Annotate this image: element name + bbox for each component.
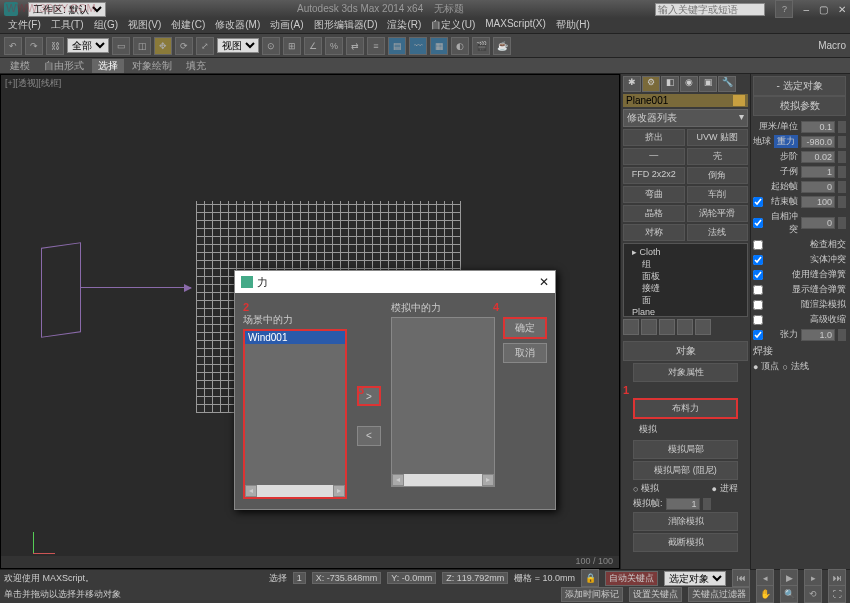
ok-button[interactable]: 确定 — [503, 317, 547, 339]
scale-icon[interactable]: ⤢ — [196, 37, 214, 55]
remove-mod-icon[interactable] — [677, 319, 693, 335]
modifier-preset-button[interactable]: 晶格 — [623, 205, 685, 222]
spinner-icon[interactable] — [838, 181, 846, 193]
param-checkbox[interactable] — [753, 255, 763, 265]
param-value[interactable]: 1.0 — [801, 329, 835, 341]
viewport-label[interactable]: [+][透视][线框] — [5, 77, 61, 90]
menu-item[interactable]: 图形编辑器(D) — [310, 18, 382, 33]
rotate-icon[interactable]: ⟳ — [175, 37, 193, 55]
modifier-preset-button[interactable]: FFD 2x2x2 — [623, 167, 685, 184]
spinner-icon[interactable] — [838, 121, 846, 133]
truncate-sim-button[interactable]: 截断模拟 — [633, 533, 738, 552]
select-icon[interactable]: ▭ — [112, 37, 130, 55]
zoom-icon[interactable]: 🔍 — [780, 585, 798, 603]
modifier-preset-button[interactable]: 壳 — [687, 148, 749, 165]
param-value[interactable]: 0 — [801, 181, 835, 193]
scrollbar[interactable]: ◂▸ — [245, 485, 345, 497]
window-min-icon[interactable]: – — [803, 4, 809, 15]
spinner-icon[interactable] — [838, 136, 846, 148]
menu-item[interactable]: MAXScript(X) — [481, 18, 550, 33]
tab-modify-icon[interactable]: ⚙ — [642, 76, 660, 92]
unique-icon[interactable] — [659, 319, 675, 335]
stack-sub[interactable]: 面板 — [626, 270, 745, 282]
modifier-preset-button[interactable]: 法线 — [687, 224, 749, 241]
menu-item[interactable]: 修改器(M) — [211, 18, 264, 33]
keymode-dropdown[interactable]: 选定对象 — [664, 571, 726, 586]
stack-sub[interactable]: 接缝 — [626, 282, 745, 294]
pan-icon[interactable]: ✋ — [756, 585, 774, 603]
object-name-field[interactable]: Plane001 — [623, 94, 748, 107]
spinner-icon[interactable] — [838, 217, 846, 229]
modifier-preset-button[interactable]: UVW 贴图 — [687, 129, 749, 146]
modifier-preset-button[interactable]: 涡轮平滑 — [687, 205, 749, 222]
clear-sim-button[interactable]: 消除模拟 — [633, 512, 738, 531]
config-icon[interactable] — [695, 319, 711, 335]
percent-snap-icon[interactable]: % — [325, 37, 343, 55]
spinner-icon[interactable] — [838, 151, 846, 163]
show-result-icon[interactable] — [641, 319, 657, 335]
render-icon[interactable]: ☕ — [493, 37, 511, 55]
keyfilter-button[interactable]: 关键点过滤器 — [688, 587, 750, 602]
setkey-button[interactable]: 设置关键点 — [629, 587, 682, 602]
ribbon-tab[interactable]: 填充 — [180, 59, 212, 73]
goto-start-icon[interactable]: ⏮ — [732, 569, 750, 587]
modifier-preset-button[interactable]: 挤出 — [623, 129, 685, 146]
spinner-icon[interactable] — [703, 498, 711, 510]
cancel-button[interactable]: 取消 — [503, 343, 547, 363]
param-checkbox[interactable] — [753, 285, 763, 295]
modifier-preset-button[interactable]: 车削 — [687, 186, 749, 203]
coord-x[interactable]: X: -735.848mm — [312, 572, 382, 584]
render-setup-icon[interactable]: 🎬 — [472, 37, 490, 55]
angle-snap-icon[interactable]: ∠ — [304, 37, 322, 55]
workspace-dropdown[interactable]: 工作区: 默认 — [28, 2, 106, 17]
select-region-icon[interactable]: ◫ — [133, 37, 151, 55]
addtime-button[interactable]: 添加时间标记 — [561, 587, 623, 602]
param-value[interactable]: -980.0 — [801, 136, 835, 148]
param-value[interactable]: 1 — [801, 166, 835, 178]
menu-item[interactable]: 帮助(H) — [552, 18, 594, 33]
help-icon[interactable]: ? — [775, 0, 793, 18]
modifier-preset-button[interactable]: 对称 — [623, 224, 685, 241]
sim-local-button[interactable]: 模拟局部 — [633, 440, 738, 459]
pin-stack-icon[interactable] — [623, 319, 639, 335]
menu-item[interactable]: 渲染(R) — [383, 18, 425, 33]
window-max-icon[interactable]: ▢ — [819, 4, 828, 15]
sim-frames-value[interactable]: 1 — [666, 498, 700, 510]
param-checkbox[interactable] — [753, 270, 763, 280]
weld-radio2[interactable]: ○ — [782, 362, 787, 372]
param-value[interactable]: 0 — [801, 217, 835, 229]
menu-item[interactable]: 工具(T) — [47, 18, 88, 33]
stack-sub[interactable]: 组 — [626, 258, 745, 270]
schematic-icon[interactable]: ▦ — [430, 37, 448, 55]
tab-hierarchy-icon[interactable]: ◧ — [661, 76, 679, 92]
pivot-icon[interactable]: ⊙ — [262, 37, 280, 55]
param-value[interactable]: 0.1 — [801, 121, 835, 133]
sim-local-damp-button[interactable]: 模拟局部 (阻尼) — [633, 461, 738, 480]
material-icon[interactable]: ◐ — [451, 37, 469, 55]
link-icon[interactable]: ⛓ — [46, 37, 64, 55]
tab-utilities-icon[interactable]: 🔧 — [718, 76, 736, 92]
search-input[interactable] — [655, 3, 765, 16]
align-icon[interactable]: ≡ — [367, 37, 385, 55]
window-close-icon[interactable]: ✕ — [838, 4, 846, 15]
tab-display-icon[interactable]: ▣ — [699, 76, 717, 92]
object-props-button[interactable]: 对象属性 — [633, 363, 738, 382]
color-swatch[interactable] — [733, 95, 745, 106]
param-checkbox[interactable] — [753, 300, 763, 310]
modifier-stack[interactable]: ▸ Cloth 组 面板 接缝 面 Plane — [623, 243, 748, 317]
menu-item[interactable]: 视图(V) — [124, 18, 165, 33]
coord-z[interactable]: Z: 119.792mm — [442, 572, 508, 584]
tab-motion-icon[interactable]: ◉ — [680, 76, 698, 92]
filter-dropdown[interactable]: 全部 — [67, 38, 109, 53]
tab-create-icon[interactable]: ✱ — [623, 76, 641, 92]
curve-editor-icon[interactable]: 〰 — [409, 37, 427, 55]
param-checkbox[interactable] — [753, 197, 763, 207]
snap-icon[interactable]: ⊞ — [283, 37, 301, 55]
weld-radio1[interactable]: ● — [753, 362, 758, 372]
spinner-icon[interactable] — [838, 196, 846, 208]
move-left-button[interactable]: < — [357, 426, 381, 446]
sim-forces-list[interactable]: ◂▸ — [391, 317, 495, 487]
param-checkbox[interactable] — [753, 330, 763, 340]
param-checkbox[interactable] — [753, 218, 763, 228]
cloth-forces-button[interactable]: 布料力 — [633, 398, 738, 419]
